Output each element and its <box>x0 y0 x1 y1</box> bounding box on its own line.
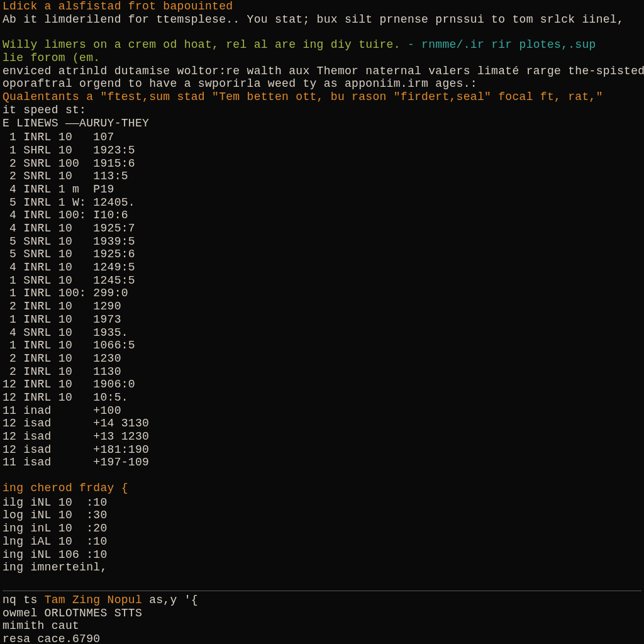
table-row: 5 SNRL 10 1925:6 <box>3 248 641 261</box>
table-row: 2 INRL 10 1230 <box>3 352 641 365</box>
intro-line: lie forom (em. <box>3 52 641 65</box>
table-row: 4 INRL 1 m P19 <box>3 183 641 196</box>
table-row: 12 isad +13 1230 <box>3 430 641 443</box>
log-listing: ilg iNL 10 :10log iNL 10 :30ing inL 10 :… <box>3 496 641 561</box>
log-tail: ing imnerteinl, <box>3 561 641 574</box>
data-listing: 1 INRL 10 107 1 SHRL 10 1923:5 2 SNRL 10… <box>3 131 641 469</box>
table-row: 12 INRL 10 1906:0 <box>3 378 641 391</box>
intro-line: oporaftral orgend to have a swporirla we… <box>3 77 641 91</box>
text-span: as,y '{ <box>142 594 198 606</box>
table-row: 2 SNRL 10 113:5 <box>3 170 641 183</box>
table-row: 4 INRL 10 1925:7 <box>3 222 641 235</box>
footer-line: mimith caut <box>3 619 641 633</box>
intro-line: Willy limers on a crem od hoat, rel al a… <box>3 38 641 52</box>
table-row: 1 INRL 10 1066:5 <box>3 339 641 352</box>
text-span: Willy limers on a crem od hoat, rel al a… <box>3 38 408 51</box>
table-row: 2 INRL 10 1130 <box>3 365 641 379</box>
table-row: 12 INRL 10 10:5. <box>3 391 641 404</box>
section-heading: ing cherod frday { <box>3 482 641 495</box>
footer-line: resa cace.6790 <box>3 633 641 644</box>
text-span: nq ts <box>3 594 45 606</box>
table-row: 5 SNRL 10 1939:5 <box>3 235 641 248</box>
table-row: 1 SHRL 10 1923:5 <box>3 144 641 157</box>
log-row: ing inL 10 :20 <box>3 522 641 535</box>
blank-line <box>3 26 641 38</box>
table-row: 1 INRL 100: 299:0 <box>3 287 641 300</box>
intro-line: Ab it limderilend for ttemsplese.. You s… <box>3 13 641 26</box>
log-row: lng iAL 10 :10 <box>3 535 641 548</box>
table-row: 1 SNRL 10 1245:5 <box>3 274 641 287</box>
intro-line: Qualentants a "ftest,sum stad "Tem bette… <box>3 91 641 104</box>
log-row: ing iNL 106 :10 <box>3 548 641 562</box>
intro-line: Ldick a alsfistad frot bapouinted <box>3 0 641 13</box>
log-row: log iNL 10 :30 <box>3 509 641 522</box>
table-row: 5 INRL 1 W: 12405. <box>3 196 641 209</box>
table-row: 1 INRL 10 107 <box>3 131 641 144</box>
table-row: 4 INRL 10 1249:5 <box>3 261 641 274</box>
table-row: 11 isad +197-109 <box>3 456 641 469</box>
intro-line: it speed st: <box>3 104 641 117</box>
path-span: - rnmme/.ir rir plotes,.sup <box>408 38 596 51</box>
footer-line: nq ts Tam Zing Nopul as,y '{ <box>3 594 641 607</box>
separator-line <box>3 591 641 591</box>
table-row: 1 INRL 10 1973 <box>3 313 641 326</box>
table-row: 11 inad +100 <box>3 404 641 418</box>
log-row: ilg iNL 10 :10 <box>3 496 641 509</box>
terminal-output: Ldick a alsfistad frot bapouinted Ab it … <box>3 0 641 644</box>
table-row: 2 SNRL 100 1915:6 <box>3 157 641 170</box>
table-row: 4 SNRL 10 1935. <box>3 326 641 340</box>
highlight-span: Tam Zing Nopul <box>45 594 142 606</box>
list-header: E LINEWS ——AURUY-THEY <box>3 117 641 130</box>
intro-line: enviced atrinld dutamise woltor:re walth… <box>3 65 641 78</box>
blank-line <box>3 469 641 482</box>
footer-line: owmel ORLOTNMES STTS <box>3 607 641 620</box>
table-row: 2 INRL 10 1290 <box>3 300 641 313</box>
table-row: 12 isad +181:190 <box>3 443 641 457</box>
table-row: 4 INRL 100: I10:6 <box>3 209 641 222</box>
table-row: 12 isad +14 3130 <box>3 417 641 430</box>
blank-line <box>3 574 641 587</box>
